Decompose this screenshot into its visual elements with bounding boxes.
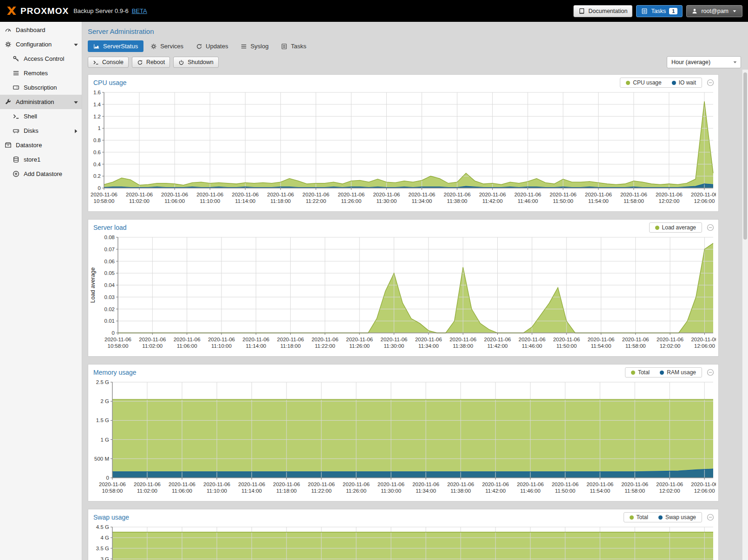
tasks-icon: [281, 43, 287, 50]
svg-text:2020-11-06: 2020-11-06: [479, 192, 506, 197]
shutdown-button[interactable]: Shutdown: [173, 57, 219, 68]
svg-text:4 G: 4 G: [100, 535, 109, 540]
svg-text:2020-11-06: 2020-11-06: [343, 482, 370, 487]
legend-swatch: [631, 371, 635, 375]
svg-text:0.01: 0.01: [104, 318, 115, 324]
tab-label: Tasks: [291, 43, 306, 50]
legend-item-cpu-usage[interactable]: CPU usage: [626, 79, 661, 86]
legend-item-total[interactable]: Total: [631, 369, 650, 376]
tab-syslog[interactable]: Syslog: [235, 40, 274, 52]
svg-text:3.5 G: 3.5 G: [96, 546, 109, 551]
svg-text:2020-11-06: 2020-11-06: [585, 192, 612, 197]
proxmox-x-logo-icon: [6, 5, 18, 17]
svg-text:12:02:00: 12:02:00: [659, 488, 680, 494]
sidebar-nav: Dashboard Configuration Access Control R…: [0, 22, 82, 560]
svg-text:10:58:00: 10:58:00: [108, 343, 129, 349]
svg-text:0.07: 0.07: [104, 247, 115, 252]
svg-text:11:38:00: 11:38:00: [453, 343, 473, 349]
terminal-icon: [93, 59, 99, 65]
legend-item-io-wait[interactable]: IO wait: [672, 79, 696, 86]
svg-text:2020-11-06: 2020-11-06: [373, 192, 400, 197]
svg-text:12:06:00: 12:06:00: [694, 488, 715, 494]
svg-text:2020-11-06: 2020-11-06: [273, 482, 300, 487]
tab-tasks[interactable]: Tasks: [275, 40, 312, 52]
svg-text:11:26:00: 11:26:00: [349, 343, 370, 349]
svg-text:11:42:00: 11:42:00: [488, 343, 508, 349]
page-title: Server Administration: [82, 22, 748, 35]
svg-text:0.2: 0.2: [93, 173, 101, 179]
timerange-select[interactable]: Hour (average): [667, 56, 741, 68]
sidebar-item-datastore[interactable]: Datastore: [0, 138, 82, 152]
beta-link[interactable]: BETA: [132, 7, 147, 14]
sidebar-item-disks[interactable]: Disks: [0, 124, 82, 138]
scrollbar-thumb[interactable]: [743, 72, 747, 240]
collapse-panel-button[interactable]: [707, 369, 714, 376]
reboot-button[interactable]: Reboot: [132, 57, 170, 68]
legend-item-load-average[interactable]: Load average: [655, 224, 696, 231]
svg-text:0.05: 0.05: [104, 270, 115, 276]
svg-text:4.5 G: 4.5 G: [96, 524, 109, 530]
sidebar-item-add-datastore[interactable]: Add Datastore: [0, 167, 82, 181]
chevron-down-icon: [732, 8, 737, 14]
sidebar-item-remotes[interactable]: Remotes: [0, 66, 82, 80]
panel-title: Swap usage: [93, 514, 624, 521]
svg-text:1.2: 1.2: [93, 114, 101, 119]
collapse-panel-button[interactable]: [707, 79, 714, 86]
svg-text:2020-11-06: 2020-11-06: [238, 482, 265, 487]
legend-item-ram-usage[interactable]: RAM usage: [660, 369, 696, 376]
expanded-caret-icon[interactable]: [72, 99, 79, 106]
svg-text:2020-11-06: 2020-11-06: [203, 482, 230, 487]
sidebar-item-dashboard[interactable]: Dashboard: [0, 23, 82, 37]
legend-label: IO wait: [679, 79, 696, 86]
sidebar-item-configuration[interactable]: Configuration: [0, 37, 82, 52]
tasks-button[interactable]: Tasks 1: [636, 5, 683, 17]
svg-text:2020-11-06: 2020-11-06: [338, 192, 364, 197]
svg-text:11:06:00: 11:06:00: [172, 488, 192, 494]
svg-text:11:58:00: 11:58:00: [624, 198, 644, 204]
svg-text:2020-11-06: 2020-11-06: [517, 482, 544, 487]
tab-updates[interactable]: Updates: [190, 40, 234, 52]
sidebar-item-label: Add Datastore: [24, 170, 62, 177]
sidebar-item-label: Shell: [24, 113, 37, 120]
sidebar-item-shell[interactable]: Shell: [0, 109, 82, 124]
vertical-scrollbar[interactable]: [742, 70, 748, 560]
svg-text:2020-11-06: 2020-11-06: [656, 192, 683, 197]
sidebar-item-administration[interactable]: Administration: [0, 95, 82, 109]
collapse-panel-button[interactable]: [707, 514, 714, 521]
svg-text:11:42:00: 11:42:00: [485, 488, 506, 494]
chart-legend: Load average: [649, 222, 702, 233]
brand-wordmark: PROXMOX: [20, 6, 69, 16]
collapse-panel-button[interactable]: [707, 224, 714, 231]
svg-text:2020-11-06: 2020-11-06: [409, 192, 436, 197]
console-button[interactable]: Console: [88, 57, 129, 68]
product-title: Backup Server 0.9-6: [73, 7, 129, 14]
svg-text:2020-11-06: 2020-11-06: [174, 337, 201, 342]
user-menu-button[interactable]: root@pam: [686, 5, 742, 17]
sidebar-item-store1[interactable]: store1: [0, 152, 82, 167]
header-actions: Documentation Tasks 1 root@pam: [573, 5, 742, 17]
sidebar-item-access-control[interactable]: Access Control: [0, 52, 82, 66]
svg-text:0.6: 0.6: [93, 150, 101, 155]
tab-serverstatus[interactable]: ServerStatus: [88, 40, 143, 52]
svg-text:11:26:00: 11:26:00: [341, 198, 361, 204]
sidebar-item-subscription[interactable]: Subscription: [0, 80, 82, 95]
svg-text:2020-11-06: 2020-11-06: [126, 192, 153, 197]
collapsed-caret-icon[interactable]: [72, 128, 79, 135]
legend-item-swap-usage[interactable]: Swap usage: [658, 514, 696, 521]
refresh-icon: [196, 43, 202, 50]
legend-label: Load average: [662, 224, 696, 231]
legend-label: RAM usage: [667, 369, 696, 376]
expanded-caret-icon[interactable]: [72, 41, 79, 48]
svg-text:11:54:00: 11:54:00: [590, 488, 610, 494]
documentation-button[interactable]: Documentation: [573, 5, 632, 17]
tasks-label: Tasks: [651, 8, 666, 14]
svg-text:11:02:00: 11:02:00: [129, 198, 150, 204]
svg-text:1.5 G: 1.5 G: [96, 417, 109, 423]
svg-text:2020-11-06: 2020-11-06: [484, 337, 511, 342]
legend-swatch: [672, 81, 676, 85]
legend-label: Total: [637, 514, 648, 521]
legend-item-total[interactable]: Total: [630, 514, 648, 521]
reboot-label: Reboot: [146, 59, 165, 65]
sidebar-item-label: Remotes: [24, 70, 48, 77]
tab-services[interactable]: Services: [145, 40, 189, 52]
